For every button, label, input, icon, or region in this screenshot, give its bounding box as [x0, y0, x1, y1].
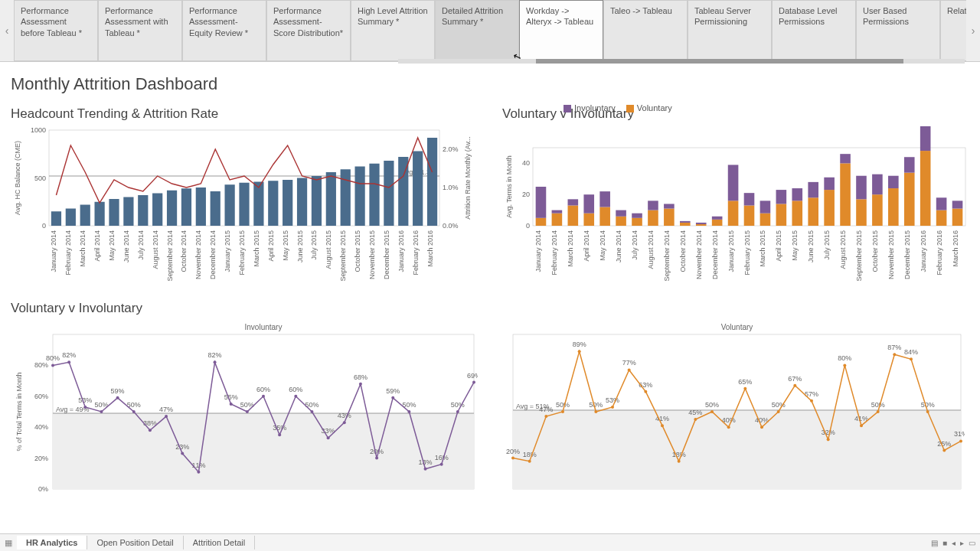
svg-rect-27 — [283, 180, 292, 226]
svg-text:20: 20 — [522, 191, 530, 198]
worksheet-tab[interactable]: High Level Attrition Summary * — [351, 0, 435, 61]
svg-text:November 2014: November 2014 — [695, 230, 703, 279]
worksheet-tab[interactable]: Performance Assessment with Tableau * — [98, 0, 182, 61]
worksheet-tab[interactable]: Performance Assessment before Tableau * — [14, 0, 98, 61]
svg-rect-120 — [936, 210, 947, 226]
svg-rect-98 — [760, 214, 771, 226]
svg-text:1000: 1000 — [31, 126, 46, 134]
worksheet-tab[interactable]: Workday -> Alteryx -> Tableau — [519, 0, 603, 61]
svg-text:84%: 84% — [904, 348, 918, 356]
svg-rect-93 — [712, 217, 723, 220]
svg-text:September 2015: September 2015 — [855, 230, 863, 282]
svg-rect-33 — [369, 164, 379, 226]
svg-text:May 2015: May 2015 — [282, 230, 289, 261]
bottom-tab[interactable]: Attrition Detail — [184, 536, 255, 549]
svg-text:16%: 16% — [435, 454, 449, 461]
svg-rect-105 — [808, 182, 818, 197]
svg-rect-71 — [536, 187, 547, 218]
tabs-scroll-right[interactable]: › — [966, 0, 980, 61]
worksheet-tab[interactable]: Detailed Attrition Summary * — [435, 0, 519, 61]
next-sheet-icon[interactable]: ▸ — [960, 539, 964, 547]
svg-rect-31 — [341, 169, 351, 226]
worksheet-tab[interactable]: Performance Assessment- Score Distributi… — [266, 0, 351, 61]
svg-text:89%: 89% — [573, 341, 586, 348]
svg-rect-26 — [268, 181, 278, 226]
svg-rect-90 — [696, 224, 707, 226]
show-sheets-icon[interactable]: ■ — [942, 539, 947, 547]
worksheet-tab[interactable]: Performance Assessment- Equity Review * — [182, 0, 266, 61]
svg-rect-97 — [744, 193, 755, 205]
svg-text:47%: 47% — [159, 406, 173, 413]
svg-text:January 2014: January 2014 — [534, 230, 542, 272]
svg-rect-121 — [936, 197, 947, 210]
bottom-tab[interactable]: HR Analytics — [17, 536, 87, 549]
voluntary-pct-chart[interactable]: VoluntaryAvg = 51%20%18%47%50%89%50%53%7… — [498, 321, 965, 497]
svg-rect-108 — [840, 163, 851, 226]
svg-text:May 2015: May 2015 — [791, 230, 799, 261]
svg-rect-101 — [776, 190, 787, 204]
svg-text:April 2014: April 2014 — [583, 230, 590, 262]
svg-rect-22 — [211, 191, 220, 226]
svg-rect-85 — [648, 201, 658, 210]
presentation-mode-icon[interactable]: ▭ — [969, 539, 975, 547]
svg-text:50%: 50% — [589, 401, 603, 409]
svg-text:50%: 50% — [871, 401, 885, 409]
headcount-attrition-chart[interactable]: 050010000.0%1.0%2.0%Avg. HC Balance (CME… — [11, 126, 478, 291]
svg-text:October 2014: October 2014 — [180, 230, 188, 272]
svg-rect-79 — [599, 191, 610, 207]
svg-text:June 2015: June 2015 — [807, 230, 815, 262]
bottom-tab[interactable]: Open Position Detail — [87, 536, 183, 549]
svg-rect-37 — [427, 138, 437, 226]
svg-text:87%: 87% — [887, 344, 901, 351]
svg-text:20%: 20% — [506, 448, 520, 455]
svg-rect-113 — [872, 174, 883, 195]
worksheet-tab[interactable]: Tableau Server Permissioning — [688, 0, 772, 61]
svg-text:January 2016: January 2016 — [920, 230, 927, 272]
svg-text:December 2014: December 2014 — [209, 230, 217, 279]
svg-rect-116 — [904, 173, 915, 226]
svg-text:25%: 25% — [937, 440, 951, 448]
svg-text:77%: 77% — [622, 359, 636, 367]
svg-text:September 2014: September 2014 — [663, 230, 671, 282]
svg-text:50%: 50% — [705, 401, 719, 409]
show-filmstrip-icon[interactable]: ▤ — [931, 539, 938, 547]
svg-text:December 2015: December 2015 — [903, 230, 911, 279]
svg-text:February 2015: February 2015 — [743, 230, 751, 276]
prev-sheet-icon[interactable]: ◂ — [952, 539, 956, 547]
svg-rect-28 — [297, 178, 307, 227]
svg-rect-76 — [583, 214, 594, 226]
worksheet-tab[interactable]: Database Level Permissions — [772, 0, 856, 61]
svg-rect-13 — [80, 205, 90, 227]
bottom-sheet-tabs: ▦ HR AnalyticsOpen Position DetailAttrit… — [0, 533, 980, 551]
svg-text:20%: 20% — [34, 455, 48, 462]
svg-rect-36 — [413, 152, 423, 227]
vol-invol-stacked-chart[interactable]: 02040Avg. Terms in MonthJanuary 2014Febr… — [502, 126, 969, 291]
tabs-scrollbar-thumb[interactable] — [536, 59, 903, 64]
svg-text:69%: 69% — [467, 372, 478, 380]
svg-text:August 2015: August 2015 — [325, 230, 332, 269]
worksheet-tab[interactable]: Taleo -> Tableau — [603, 0, 688, 61]
svg-text:0: 0 — [42, 222, 46, 230]
svg-text:April 2014: April 2014 — [93, 230, 101, 262]
tabs-scroll-left[interactable]: ‹ — [0, 0, 14, 61]
svg-rect-77 — [583, 194, 594, 213]
svg-rect-14 — [95, 202, 105, 226]
svg-text:August 2014: August 2014 — [152, 230, 159, 269]
tabs-scrollbar[interactable] — [398, 59, 965, 64]
svg-rect-89 — [680, 221, 691, 223]
worksheet-tab[interactable]: Related Sessions — [940, 0, 966, 61]
data-source-icon[interactable]: ▦ — [0, 538, 17, 548]
svg-text:March 2016: March 2016 — [426, 230, 434, 267]
svg-text:11%: 11% — [191, 461, 205, 469]
svg-rect-32 — [355, 167, 365, 227]
svg-text:November 2015: November 2015 — [368, 230, 376, 279]
worksheet-tab[interactable]: User Based Permissions — [856, 0, 940, 61]
svg-text:February 2014: February 2014 — [64, 230, 72, 276]
svg-text:March 2016: March 2016 — [952, 230, 959, 267]
involuntary-pct-chart[interactable]: InvoluntaryAvg = 49%0%20%40%60%80%% of T… — [11, 321, 478, 497]
svg-text:February 2016: February 2016 — [412, 230, 420, 276]
svg-rect-110 — [856, 199, 867, 226]
svg-text:June 2014: June 2014 — [615, 230, 622, 262]
svg-text:August 2015: August 2015 — [839, 230, 847, 269]
svg-text:January 2014: January 2014 — [50, 230, 57, 272]
